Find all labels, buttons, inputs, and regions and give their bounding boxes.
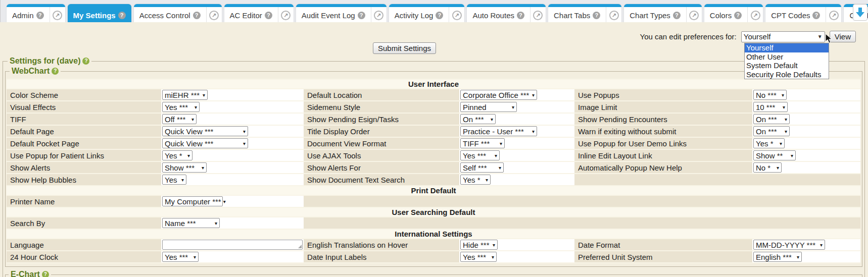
open-in-new-window-button-ac-editor[interactable]: ↗ <box>278 7 294 22</box>
select-value: On *** <box>463 115 484 124</box>
open-in-new-window-button-access-control[interactable]: ↗ <box>206 7 222 22</box>
chevron-down-icon: ▾ <box>777 165 779 171</box>
select-sidemenu-style[interactable]: Pinned▾ <box>460 102 517 112</box>
settings-row: LanguageEnglish Translations on HoverHid… <box>7 239 860 250</box>
select-automatically-popup-new-help[interactable]: No *▾ <box>753 162 782 173</box>
submit-settings-button[interactable]: Submit Settings <box>373 42 436 54</box>
field-label-language: Language <box>7 239 161 250</box>
tab-cpt-codes[interactable]: CPT Codes? <box>765 7 826 22</box>
field-label-use-popups: Use Popups <box>574 89 752 100</box>
help-icon[interactable]: ? <box>36 12 44 19</box>
view-button[interactable]: View <box>830 31 856 42</box>
select-use-ajax-tools[interactable]: Yes ***▾ <box>460 150 500 160</box>
select-date-format[interactable]: MM-DD-YYYY ***▾ <box>753 240 825 250</box>
select-show-alerts-for[interactable]: Self ***▾ <box>460 162 504 173</box>
dropdown-option-system-default[interactable]: System Default <box>745 61 829 70</box>
chevron-down-icon: ▾ <box>797 254 799 260</box>
select-use-popup-for-user-demo-links[interactable]: Yes *▾ <box>753 138 785 148</box>
select-24-hour-clock[interactable]: Yes ***▾ <box>162 252 199 262</box>
tab-ac-editor[interactable]: AC Editor? <box>224 7 278 22</box>
settings-row: Show Help BubblesYes▾Show Document Text … <box>7 174 860 185</box>
select-value: Pinned <box>463 103 487 112</box>
select-search-by[interactable]: Name ***▾ <box>162 218 220 228</box>
select-title-display-order[interactable]: Practice - User ***▾ <box>460 126 537 136</box>
select-show-pending-esign-tasks[interactable]: On ***▾ <box>460 114 496 124</box>
help-icon[interactable]: ? <box>812 12 820 19</box>
select-show-document-text-search[interactable]: Yes *▾ <box>460 175 491 185</box>
dropdown-option-other-user[interactable]: Other User <box>745 52 829 62</box>
open-in-new-window-button-audit-event-log[interactable]: ↗ <box>371 7 387 22</box>
help-icon[interactable]: ? <box>517 12 524 19</box>
select-show-pending-encounters[interactable]: On ***▾ <box>753 114 790 124</box>
help-icon[interactable]: ? <box>52 68 59 75</box>
external-link-icon: ↗ <box>751 11 760 20</box>
select-use-popup-for-patient-links[interactable]: Yes *▾ <box>162 150 192 160</box>
select-color-scheme[interactable]: miEHR ***▾ <box>162 90 208 100</box>
help-icon[interactable]: ? <box>118 12 126 19</box>
tab-label: Chart Tabs <box>554 11 590 20</box>
field-value-cell: MM-DD-YYYY ***▾ <box>752 239 860 250</box>
help-icon[interactable]: ? <box>593 12 600 19</box>
help-icon[interactable]: ? <box>358 12 365 19</box>
open-in-new-window-button-admin[interactable]: ↗ <box>50 7 65 22</box>
select-image-limit[interactable]: 10 ***▾ <box>753 102 788 112</box>
select-default-location[interactable]: Corporate Office ***▾ <box>460 90 537 100</box>
field-label-color-scheme: Color Scheme <box>7 89 161 100</box>
select-use-popups[interactable]: No ***▾ <box>753 90 787 100</box>
tab-audit-event-log[interactable]: Audit Event Log? <box>296 7 371 22</box>
field-value-cell: Quick View ***▾ <box>161 126 304 137</box>
open-in-new-window-button-auto-routes[interactable]: ↗ <box>530 7 546 22</box>
tab-colors[interactable]: Colors? <box>704 7 747 22</box>
select-visual-effects[interactable]: Yes ***▾ <box>162 102 200 112</box>
external-link-icon: ↗ <box>533 11 543 20</box>
scroll-tabs-button[interactable] <box>853 4 867 21</box>
chevron-down-icon: ▾ <box>243 129 246 134</box>
input-language[interactable] <box>162 240 303 250</box>
select-inline-edit-layout-link[interactable]: Show **▾ <box>753 150 796 160</box>
tab-access-control[interactable]: Access Control? <box>134 7 206 22</box>
tab-my-settings[interactable]: My Settings? <box>68 7 131 22</box>
dropdown-option-yourself[interactable]: Yourself <box>745 43 829 52</box>
help-icon[interactable]: ? <box>193 12 201 19</box>
dropdown-option-security-role-defaults[interactable]: Security Role Defaults <box>745 70 829 79</box>
select-document-view-format[interactable]: TIFF ***▾ <box>460 138 505 148</box>
select-value: Name *** <box>165 219 196 228</box>
select-printer-name[interactable]: My Computer ***▾ <box>162 196 223 206</box>
help-icon[interactable]: ? <box>734 12 742 19</box>
open-in-new-window-button-cpt-codes[interactable]: ↗ <box>826 7 841 22</box>
field-value-cell: Yes ***▾ <box>459 251 574 262</box>
tab-admin[interactable]: Admin? <box>7 7 50 22</box>
field-label-show-alerts-for: Show Alerts For <box>304 162 459 173</box>
select-default-pocket-page[interactable]: Quick View ***▾ <box>162 138 248 148</box>
tab-chart-tabs[interactable]: Chart Tabs? <box>548 7 606 22</box>
help-icon[interactable]: ? <box>265 12 272 19</box>
preferences-target-dropdown[interactable]: YourselfOther UserSystem DefaultSecurity… <box>744 43 829 79</box>
select-english-translations-on-hover[interactable]: Hide ***▾ <box>460 240 498 250</box>
settings-row: Color SchememiEHR ***▾Default LocationCo… <box>7 89 860 100</box>
field-value-cell: Yes *▾ <box>459 174 574 185</box>
preferences-target-select[interactable]: Yourself ▼ <box>741 31 825 42</box>
help-icon[interactable]: ? <box>673 12 681 19</box>
open-in-new-window-button-chart-tabs[interactable]: ↗ <box>606 7 621 22</box>
select-show-help-bubbles[interactable]: Yes▾ <box>162 175 186 185</box>
field-value-cell: Corporate Office ***▾ <box>459 89 574 100</box>
open-in-new-window-button-colors[interactable]: ↗ <box>747 7 763 22</box>
open-in-new-window-button-chart-types[interactable]: ↗ <box>686 7 702 22</box>
select-date-input-labels[interactable]: Yes ***▾ <box>460 252 497 262</box>
select-warn-if-exiting-without-submit[interactable]: On ***▾ <box>753 126 790 136</box>
tab-chart-types[interactable]: Chart Types? <box>624 7 686 22</box>
help-icon[interactable]: ? <box>82 58 89 65</box>
select-tiff[interactable]: Off ***▾ <box>162 114 197 124</box>
select-value: Quick View *** <box>165 127 213 136</box>
help-icon[interactable]: ? <box>436 12 443 19</box>
help-icon[interactable]: ? <box>42 271 49 277</box>
tab-label: Colors <box>710 11 732 20</box>
tab-auto-routes[interactable]: Auto Routes? <box>467 7 530 22</box>
open-in-new-window-button-activity-log[interactable]: ↗ <box>449 7 464 22</box>
section-header-print-default: Print Default <box>7 186 860 195</box>
tab-activity-log[interactable]: Activity Log? <box>389 7 449 22</box>
select-show-alerts[interactable]: Show ***▾ <box>162 162 207 173</box>
field-label-show-help-bubbles: Show Help Bubbles <box>7 174 161 185</box>
select-preferred-unit-system[interactable]: English ***▾ <box>753 252 802 262</box>
select-default-page[interactable]: Quick View ***▾ <box>162 126 248 136</box>
